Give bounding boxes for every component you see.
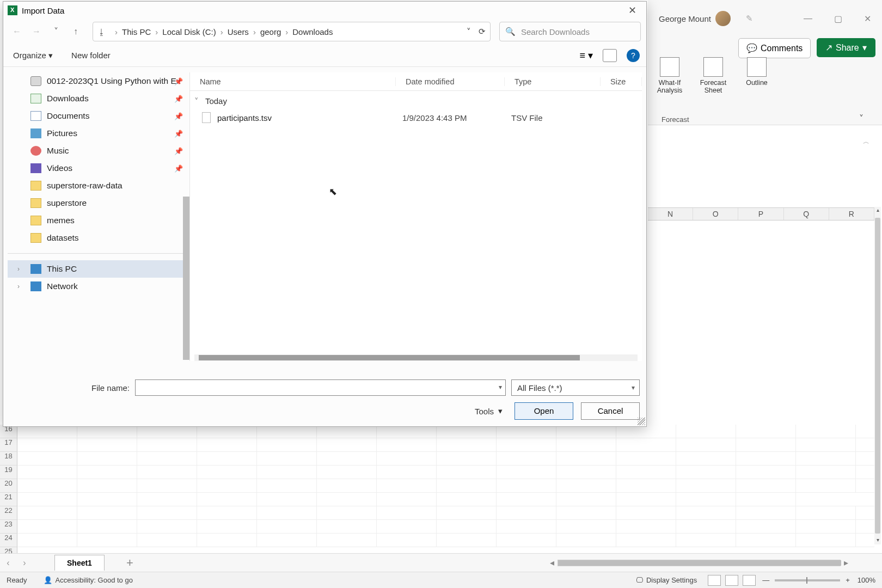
zoom-slider[interactable] xyxy=(775,579,840,581)
file-type-filter[interactable]: All Files (*.*) ▾ xyxy=(511,379,640,396)
pin-icon[interactable]: 📌 xyxy=(174,130,183,138)
outline-button[interactable]: Outline xyxy=(738,57,776,94)
breadcrumb-item[interactable]: This PC xyxy=(122,27,151,36)
tools-dropdown[interactable]: Tools ▾ xyxy=(475,406,503,416)
vertical-scrollbar[interactable]: ▴ ▾ xyxy=(874,207,881,544)
pin-icon[interactable]: 📌 xyxy=(174,95,183,103)
scroll-down-icon[interactable]: ▾ xyxy=(874,537,881,544)
zoom-in-button[interactable]: + xyxy=(846,576,850,584)
breadcrumb-item[interactable]: Downloads xyxy=(292,27,333,36)
dialog-close-button[interactable]: ✕ xyxy=(622,4,642,16)
col-header[interactable]: O xyxy=(693,208,738,220)
add-sheet-button[interactable]: + xyxy=(126,556,133,570)
expand-icon[interactable]: › xyxy=(17,265,20,273)
sidebar-item[interactable]: superstore-raw-data xyxy=(8,177,189,194)
comments-button[interactable]: 💬 Comments xyxy=(738,38,811,58)
col-header[interactable]: R xyxy=(829,208,874,220)
row-header[interactable]: 20 xyxy=(0,479,17,493)
dialog-titlebar[interactable]: Import Data ✕ xyxy=(3,2,646,19)
pin-icon[interactable]: 📌 xyxy=(174,147,183,155)
col-header[interactable]: P xyxy=(738,208,783,220)
display-settings-button[interactable]: 🖵 Display Settings xyxy=(636,576,697,584)
sidebar-scrollbar[interactable] xyxy=(183,197,189,360)
file-row[interactable]: participants.tsv1/9/2023 4:43 PMTSV File xyxy=(190,109,642,126)
breadcrumb-item[interactable]: Users xyxy=(228,27,249,36)
scrollbar-thumb[interactable] xyxy=(875,218,880,534)
sidebar-item[interactable]: Videos📌 xyxy=(8,160,189,177)
sidebar-item[interactable]: 0012-2023Q1 Using Python with Ex📌 xyxy=(8,72,189,90)
row-header[interactable]: 21 xyxy=(0,493,17,506)
whatif-analysis-button[interactable]: What-If Analysis xyxy=(651,57,689,94)
zoom-out-button[interactable]: — xyxy=(762,576,769,584)
horizontal-scrollbar[interactable]: ◂ ▸ xyxy=(550,559,871,567)
row-header[interactable]: 19 xyxy=(0,465,17,479)
cancel-button[interactable]: Cancel xyxy=(581,402,640,420)
organize-button[interactable]: Organize ▾ xyxy=(10,48,56,63)
sidebar-item[interactable]: Documents📌 xyxy=(8,107,189,125)
row-header[interactable]: 24 xyxy=(0,534,17,547)
scrollbar-thumb[interactable] xyxy=(199,355,580,360)
breadcrumb-item[interactable]: Local Disk (C:) xyxy=(162,27,216,36)
sidebar-item[interactable]: ›Network xyxy=(8,278,189,295)
row-header[interactable]: 17 xyxy=(0,438,17,452)
breadcrumb[interactable]: ⭳ › This PC› Local Disk (C:)› Users› geo… xyxy=(93,22,491,41)
sidebar-item[interactable]: Downloads📌 xyxy=(8,90,189,107)
sheet-next-icon[interactable]: › xyxy=(16,558,33,568)
page-layout-button[interactable] xyxy=(725,575,738,586)
normal-view-button[interactable] xyxy=(708,575,721,586)
header-name[interactable]: Name xyxy=(190,77,396,86)
header-type[interactable]: Type xyxy=(505,77,601,86)
formula-bar-collapse-icon[interactable]: ︿ xyxy=(863,137,869,146)
header-date[interactable]: Date modified xyxy=(396,77,505,86)
group-today[interactable]: ˅ Today xyxy=(190,91,642,109)
close-icon[interactable]: ✕ xyxy=(864,14,871,24)
search-input[interactable]: 🔍 Search Downloads xyxy=(499,22,641,41)
resize-grip[interactable] xyxy=(638,418,645,425)
expand-icon[interactable]: › xyxy=(17,283,20,290)
scroll-left-icon[interactable]: ◂ xyxy=(550,558,554,568)
ribbon-collapse-icon[interactable]: ˅ xyxy=(859,113,863,124)
row-header[interactable]: 18 xyxy=(0,452,17,465)
sidebar-item[interactable]: ›This PC xyxy=(8,260,189,278)
col-header[interactable]: Q xyxy=(784,208,829,220)
refresh-button[interactable]: ⟳ xyxy=(479,27,486,36)
share-button[interactable]: ↗ Share ▾ xyxy=(817,38,875,57)
sidebar-item[interactable]: Pictures📌 xyxy=(8,125,189,142)
pin-icon[interactable]: 📌 xyxy=(174,77,183,85)
scrollbar-thumb[interactable] xyxy=(558,560,841,566)
sidebar-item[interactable]: Music📌 xyxy=(8,142,189,160)
scroll-up-icon[interactable]: ▴ xyxy=(874,207,881,215)
pin-icon[interactable]: 📌 xyxy=(174,112,183,120)
page-break-button[interactable] xyxy=(743,575,756,586)
avatar[interactable] xyxy=(715,11,731,26)
col-header[interactable]: N xyxy=(648,208,693,220)
nav-up-button[interactable]: ↑ xyxy=(68,23,84,40)
breadcrumb-item[interactable]: georg xyxy=(260,27,281,36)
view-list-icon[interactable]: ≡ ▾ xyxy=(579,50,593,62)
maximize-icon[interactable]: ▢ xyxy=(834,14,842,24)
open-button[interactable]: Open xyxy=(514,402,573,420)
sidebar-item[interactable]: memes xyxy=(8,212,189,229)
file-list-scrollbar[interactable] xyxy=(194,354,638,361)
file-name-input[interactable]: ▾ xyxy=(135,379,506,396)
pen-icon[interactable]: ✎ xyxy=(746,14,753,23)
accessibility-status[interactable]: 👤 Accessibility: Good to go xyxy=(44,576,133,584)
row-header[interactable]: 23 xyxy=(0,520,17,534)
cells[interactable] xyxy=(17,425,874,547)
chevron-down-icon[interactable]: ▾ xyxy=(499,383,502,391)
user-account[interactable]: George Mount ✎ xyxy=(659,11,753,26)
nav-back-button[interactable]: ← xyxy=(9,23,25,40)
sheet-tab[interactable]: Sheet1 xyxy=(54,555,105,571)
preview-pane-button[interactable] xyxy=(603,49,617,62)
zoom-level[interactable]: 100% xyxy=(857,576,875,584)
nav-forward-button[interactable]: → xyxy=(28,23,45,40)
nav-recent-dropdown[interactable]: ˅ xyxy=(48,23,64,40)
scroll-right-icon[interactable]: ▸ xyxy=(844,558,848,568)
sheet-prev-icon[interactable]: ‹ xyxy=(0,558,16,568)
breadcrumb-dropdown-icon[interactable]: ˅ xyxy=(467,27,471,36)
help-button[interactable]: ? xyxy=(627,49,640,62)
sidebar-item[interactable]: datasets xyxy=(8,229,189,247)
row-header[interactable]: 22 xyxy=(0,506,17,520)
minimize-icon[interactable]: — xyxy=(804,14,812,24)
new-folder-button[interactable]: New folder xyxy=(71,51,111,60)
